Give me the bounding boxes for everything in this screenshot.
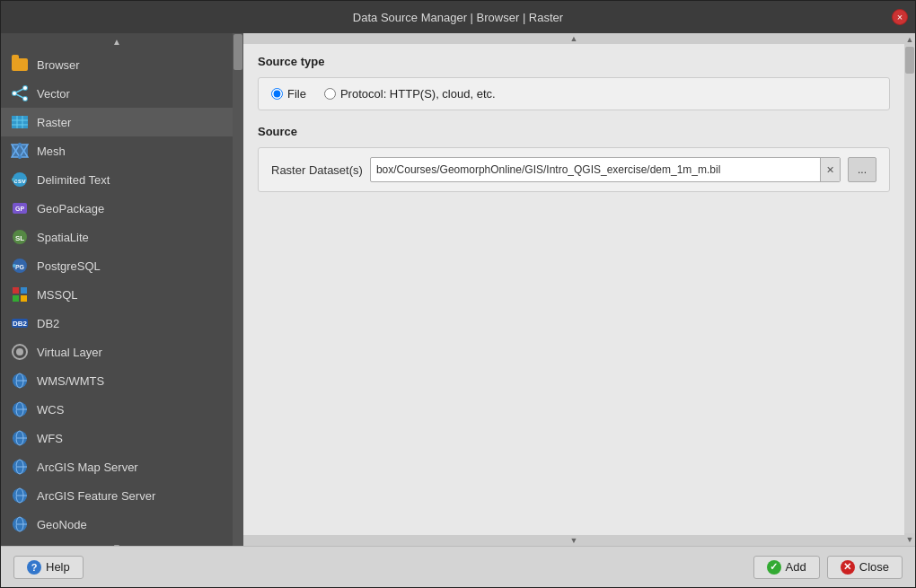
sidebar-scroll-up[interactable]: ▲ bbox=[1, 33, 233, 50]
help-label: Help bbox=[46, 560, 70, 574]
radio-protocol-label[interactable]: Protocol: HTTP(S), cloud, etc. bbox=[324, 87, 496, 101]
bottom-bar: ? Help ✓ Add ✕ Close bbox=[1, 546, 915, 587]
svg-rect-30 bbox=[13, 295, 19, 302]
svg-point-47 bbox=[13, 436, 16, 440]
sidebar-label-mesh: Mesh bbox=[37, 145, 66, 158]
main-scroll-up-arrow: ▲ bbox=[570, 34, 578, 43]
close-label: Close bbox=[859, 560, 889, 574]
title-bar: Data Source Manager | Browser | Raster × bbox=[1, 1, 915, 33]
close-icon: ✕ bbox=[841, 560, 855, 575]
radio-file-text: File bbox=[287, 87, 306, 101]
sidebar-item-arcgis-feature[interactable]: ArcGIS Feature Server bbox=[1, 481, 233, 510]
sidebar-list: ▲ Browser bbox=[1, 33, 243, 546]
sidebar-item-wms-wmts[interactable]: WMS/WMTS bbox=[1, 366, 233, 395]
source-box: Raster Dataset(s) box/Courses/GeomorphOn… bbox=[258, 147, 890, 192]
svg-point-51 bbox=[13, 465, 16, 469]
sidebar-item-raster[interactable]: Raster bbox=[1, 108, 233, 136]
main-vscroll-up[interactable]: ▲ bbox=[904, 33, 915, 46]
main-vscroll-thumb[interactable] bbox=[905, 47, 914, 74]
source-browse-button[interactable]: ... bbox=[848, 157, 876, 182]
svg-line-3 bbox=[14, 88, 25, 93]
close-icon: × bbox=[897, 12, 903, 22]
wcs-icon bbox=[10, 399, 30, 419]
sidebar-item-browser[interactable]: Browser bbox=[1, 50, 233, 79]
radio-file-input[interactable] bbox=[271, 88, 283, 100]
mesh-icon bbox=[10, 141, 30, 161]
main-scroll-down[interactable]: ▼ bbox=[243, 535, 904, 546]
svg-text:PG: PG bbox=[15, 264, 25, 270]
sidebar-item-geopackage[interactable]: GP GeoPackage bbox=[1, 194, 233, 223]
sidebar-item-mesh[interactable]: Mesh bbox=[1, 136, 233, 165]
radio-protocol-text: Protocol: HTTP(S), cloud, etc. bbox=[340, 87, 496, 101]
arcgis-map-icon bbox=[10, 457, 30, 477]
main-scroll-up[interactable]: ▲ bbox=[243, 33, 904, 44]
source-clear-button[interactable]: ✕ bbox=[820, 157, 840, 182]
svg-rect-31 bbox=[21, 295, 27, 302]
svg-rect-28 bbox=[13, 287, 19, 294]
arcgis-feature-icon bbox=[10, 486, 30, 505]
source-type-title: Source type bbox=[258, 55, 890, 68]
main-panel: ▲ Source type File Protocol: HTTP(S), cl… bbox=[243, 33, 904, 546]
sidebar-item-wfs[interactable]: WFS bbox=[1, 424, 233, 452]
sidebar-item-delimited-text[interactable]: csv Delimited Text bbox=[1, 165, 233, 194]
sidebar-item-arcgis-map[interactable]: ArcGIS Map Server bbox=[1, 452, 233, 481]
sidebar-label-raster: Raster bbox=[37, 116, 71, 129]
postgresql-icon: PG bbox=[10, 256, 30, 276]
sidebar-item-geonode[interactable]: GeoNode bbox=[1, 510, 233, 539]
vector-icon bbox=[10, 83, 30, 103]
add-label: Add bbox=[786, 560, 806, 574]
sidebar-item-spatialite[interactable]: SL SpatiaLite bbox=[1, 223, 233, 251]
sidebar-item-db2[interactable]: DB2 DB2 bbox=[1, 309, 233, 338]
panel-content: Source type File Protocol: HTTP(S), clou… bbox=[243, 44, 904, 535]
svg-rect-13 bbox=[12, 145, 28, 157]
sidebar-item-vector[interactable]: Vector bbox=[1, 79, 233, 108]
svg-point-55 bbox=[13, 494, 16, 497]
svg-line-4 bbox=[14, 93, 25, 99]
delimited-text-icon: csv bbox=[10, 170, 30, 189]
main-vscroll-down[interactable]: ▼ bbox=[904, 533, 915, 546]
help-button[interactable]: ? Help bbox=[13, 556, 84, 579]
sidebar-label-mssql: MSSQL bbox=[37, 288, 78, 302]
db2-icon: DB2 bbox=[10, 313, 30, 333]
bottom-left-buttons: ? Help bbox=[13, 556, 84, 579]
sidebar-item-wcs[interactable]: WCS bbox=[1, 395, 233, 424]
svg-point-16 bbox=[18, 143, 22, 146]
svg-text:csv: csv bbox=[13, 177, 26, 185]
file-path-text[interactable]: box/Courses/GeomorphOnline/GIS/Intro_QGI… bbox=[371, 157, 820, 182]
sidebar-label-db2: DB2 bbox=[37, 317, 59, 330]
radio-file-label[interactable]: File bbox=[271, 87, 306, 101]
browse-label: ... bbox=[858, 163, 867, 176]
add-icon: ✓ bbox=[767, 560, 781, 575]
svg-point-43 bbox=[13, 408, 16, 411]
spatialite-icon: SL bbox=[10, 227, 30, 247]
svg-point-17 bbox=[18, 155, 22, 159]
source-input-wrap: box/Courses/GeomorphOnline/GIS/Intro_QGI… bbox=[370, 157, 841, 182]
sidebar-label-arcgis-feature: ArcGIS Feature Server bbox=[37, 489, 155, 503]
sidebar-label-spatialite: SpatiaLite bbox=[37, 231, 89, 244]
sidebar-scroll-down[interactable]: ▼ bbox=[1, 539, 233, 546]
main-scroll-down-arrow: ▼ bbox=[570, 536, 578, 545]
sidebar-label-geonode: GeoNode bbox=[37, 518, 87, 531]
wfs-icon bbox=[10, 428, 30, 448]
add-button[interactable]: ✓ Add bbox=[753, 556, 820, 579]
close-window-button[interactable]: × bbox=[892, 9, 908, 25]
sidebar-label-delimited-text: Delimited Text bbox=[37, 173, 110, 187]
geopackage-icon: GP bbox=[10, 198, 30, 218]
mssql-icon bbox=[10, 285, 30, 304]
sidebar-item-mssql[interactable]: MSSQL bbox=[1, 280, 233, 309]
sidebar-item-virtual-layer[interactable]: Virtual Layer bbox=[1, 338, 233, 366]
sidebar: ▲ Browser bbox=[1, 33, 243, 546]
svg-text:SL: SL bbox=[15, 234, 24, 242]
sidebar-label-postgresql: PostgreSQL bbox=[37, 259, 101, 273]
content-area: ▲ Browser bbox=[1, 33, 915, 546]
svg-rect-29 bbox=[21, 287, 27, 294]
sidebar-item-postgresql[interactable]: PG PostgreSQL bbox=[1, 251, 233, 280]
radio-protocol-input[interactable] bbox=[324, 88, 336, 100]
svg-point-27 bbox=[13, 264, 16, 268]
close-button[interactable]: ✕ Close bbox=[827, 556, 903, 579]
sidebar-scrollbar-thumb[interactable] bbox=[233, 34, 242, 70]
main-scrollbar: ▲ ▼ bbox=[904, 33, 915, 546]
sidebar-label-wcs: WCS bbox=[37, 403, 64, 417]
sidebar-label-geopackage: GeoPackage bbox=[37, 202, 104, 215]
virtual-layer-icon bbox=[10, 342, 30, 362]
